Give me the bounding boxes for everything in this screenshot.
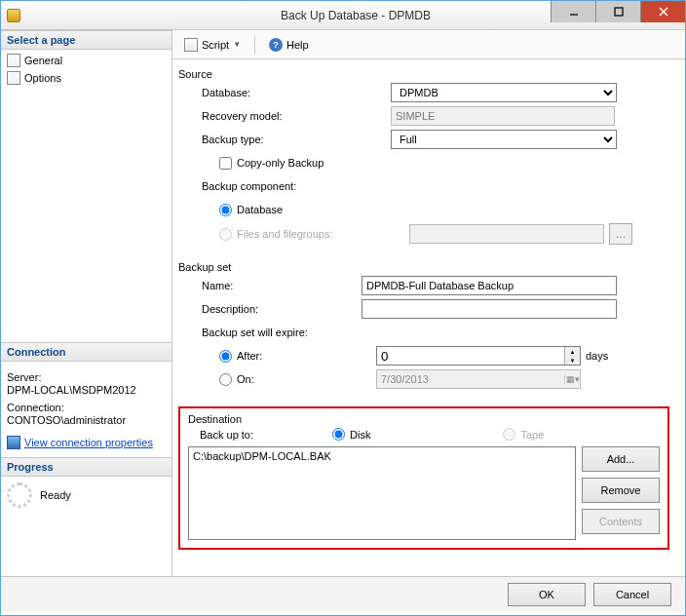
backup-set-legend: Backup set (178, 261, 235, 273)
view-connection-properties-link[interactable]: View connection properties (24, 437, 153, 448)
svg-rect-1 (615, 8, 623, 16)
help-label: Help (286, 39, 309, 51)
chevron-down-icon: ▼ (233, 40, 241, 49)
app-icon (7, 9, 20, 22)
source-group: Source Database: DPMDB Recovery model: (178, 69, 669, 256)
contents-button: Contents (582, 509, 660, 534)
component-filegroups-radio (219, 228, 232, 241)
copy-only-label: Copy-only Backup (237, 157, 324, 169)
page-general[interactable]: General (1, 52, 172, 69)
backupset-name-label: Name: (186, 280, 362, 291)
component-database-label: Database (237, 204, 283, 215)
connection-header: Connection (1, 342, 172, 362)
script-label: Script (202, 39, 229, 51)
component-filegroups-label: Files and filegroups: (237, 228, 385, 240)
expire-after-value[interactable] (377, 347, 564, 365)
recovery-model-field (391, 106, 615, 126)
minimize-button[interactable] (551, 1, 595, 22)
ok-button[interactable]: OK (508, 583, 586, 606)
destination-path-item[interactable]: C:\backup\DPM-LOCAL.BAK (191, 449, 573, 463)
toolbar-separator (254, 36, 255, 54)
script-icon (184, 38, 198, 52)
close-button[interactable] (640, 1, 685, 22)
spin-up-icon[interactable]: ▲ (565, 347, 580, 356)
select-page-header: Select a page (1, 30, 172, 50)
database-select[interactable]: DPMDB (391, 83, 617, 102)
expire-on-value: 7/30/2013 (377, 373, 564, 385)
page-label: General (24, 55, 62, 66)
backupset-description-label: Description: (186, 303, 362, 315)
backup-type-label: Backup type: (186, 134, 391, 145)
backup-component-label: Backup component: (186, 180, 391, 192)
backupset-expire-label: Backup set will expire: (186, 327, 362, 338)
toolbar: Script ▼ ? Help (172, 30, 685, 59)
days-label: days (586, 350, 608, 362)
expire-on-label: On: (237, 373, 371, 385)
expire-after-spinner[interactable]: ▲▼ (376, 346, 581, 366)
dest-tape-radio (503, 428, 515, 441)
progress-status: Ready (40, 489, 71, 501)
maximize-button[interactable] (595, 1, 640, 22)
script-button[interactable]: Script ▼ (180, 36, 245, 54)
copy-only-checkbox[interactable] (219, 157, 232, 170)
destination-list[interactable]: C:\backup\DPM-LOCAL.BAK (188, 446, 576, 540)
source-legend: Source (178, 68, 216, 80)
recovery-model-label: Recovery model: (186, 110, 391, 122)
filegroups-browse-button[interactable]: … (609, 223, 632, 245)
expire-on-radio[interactable] (219, 373, 232, 386)
help-button[interactable]: ? Help (265, 36, 313, 54)
progress-spinner-icon (7, 482, 32, 508)
server-value: DPM-LOCAL\MSDPM2012 (7, 384, 166, 396)
dest-disk-radio[interactable] (332, 428, 345, 441)
expire-after-radio[interactable] (219, 350, 232, 363)
connection-value: CONTOSO\administrator (7, 414, 166, 426)
component-database-radio[interactable] (219, 204, 232, 216)
filegroups-field (409, 224, 604, 244)
title-bar: Back Up Database - DPMDB (1, 1, 685, 30)
backupset-name-field[interactable] (362, 276, 617, 295)
destination-legend: Destination (188, 413, 246, 425)
dialog-footer: OK Cancel (1, 576, 685, 611)
destination-group: Destination Back up to: Disk Tape C:\bac… (178, 406, 669, 550)
page-label: Options (24, 72, 61, 84)
backupset-description-field[interactable] (362, 299, 617, 319)
properties-icon (7, 436, 20, 449)
connection-label: Connection: (7, 402, 166, 413)
server-label: Server: (7, 371, 166, 383)
backup-set-group: Backup set Name: Description: Backup set… (178, 262, 669, 401)
add-destination-button[interactable]: Add... (582, 446, 660, 472)
remove-destination-button[interactable]: Remove (582, 478, 660, 503)
database-label: Database: (186, 87, 391, 98)
calendar-icon: ▦▾ (564, 374, 580, 384)
dest-tape-label: Tape (520, 429, 544, 441)
help-icon: ? (269, 38, 283, 52)
left-pane: Select a page General Options Connection… (1, 30, 172, 576)
expire-after-label: After: (237, 350, 371, 362)
page-icon (7, 54, 20, 67)
backup-to-label: Back up to: (200, 429, 317, 441)
spin-down-icon[interactable]: ▼ (565, 356, 580, 365)
backup-type-select[interactable]: Full (391, 130, 617, 149)
page-options[interactable]: Options (1, 69, 172, 87)
page-icon (7, 71, 20, 85)
expire-on-date: 7/30/2013 ▦▾ (376, 369, 581, 389)
progress-header: Progress (1, 457, 172, 477)
cancel-button[interactable]: Cancel (593, 583, 671, 606)
dest-disk-label: Disk (350, 429, 370, 441)
